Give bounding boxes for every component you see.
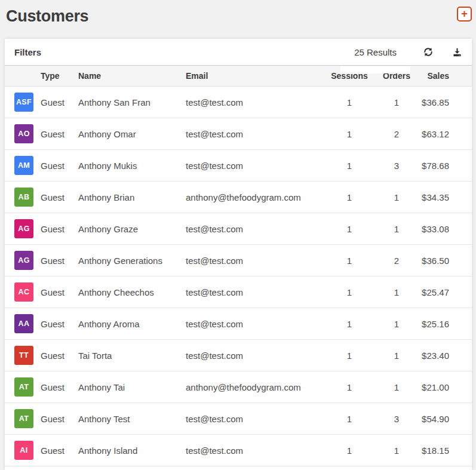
page-header: Customers + bbox=[0, 0, 476, 39]
sessions-cell: 1 bbox=[325, 414, 373, 424]
sales-cell: $78.68 bbox=[420, 161, 462, 171]
sessions-cell: 1 bbox=[325, 192, 373, 202]
type-cell: Guest bbox=[41, 161, 78, 171]
sales-cell: $18.15 bbox=[420, 446, 462, 456]
table-row[interactable]: AB Guest Anthony Brian anthony@thefoodyg… bbox=[5, 182, 472, 213]
type-cell: Guest bbox=[41, 351, 78, 361]
avatar-cell: TT bbox=[14, 346, 41, 365]
sessions-cell: 1 bbox=[325, 287, 373, 297]
sales-cell: $21.00 bbox=[420, 382, 462, 392]
email-cell: test@test.com bbox=[186, 161, 325, 171]
name-cell: Anthony Aroma bbox=[78, 319, 186, 329]
name-cell: Anthony Island bbox=[78, 446, 186, 456]
type-cell: Guest bbox=[41, 446, 78, 456]
table-row[interactable]: AA Guest Anthony Aroma test@test.com 1 1… bbox=[5, 308, 472, 340]
avatar: TT bbox=[14, 346, 33, 365]
email-cell: test@test.com bbox=[186, 256, 325, 266]
avatar: AC bbox=[14, 282, 33, 302]
avatar-cell: AA bbox=[14, 314, 41, 333]
orders-cell: 2 bbox=[373, 256, 420, 266]
avatar: AB bbox=[14, 188, 33, 207]
sessions-cell: 1 bbox=[325, 319, 373, 329]
sessions-cell: 1 bbox=[325, 256, 373, 266]
name-cell: Anthony Mukis bbox=[78, 161, 186, 171]
orders-cell: 1 bbox=[373, 446, 420, 456]
table-row[interactable]: ASF Guest Anthony San Fran test@test.com… bbox=[5, 87, 472, 118]
orders-cell: 1 bbox=[373, 319, 420, 329]
avatar: AI bbox=[14, 441, 33, 460]
type-cell: Guest bbox=[41, 319, 78, 329]
sales-cell: $54.90 bbox=[420, 414, 462, 424]
email-cell: test@test.com bbox=[186, 319, 325, 329]
avatar-cell: AT bbox=[14, 377, 41, 397]
table-body: ASF Guest Anthony San Fran test@test.com… bbox=[5, 87, 472, 466]
avatar-cell: AB bbox=[14, 188, 41, 207]
email-cell: test@test.com bbox=[186, 414, 325, 424]
name-cell: Anthony Brian bbox=[78, 192, 186, 202]
sales-cell: $23.40 bbox=[420, 351, 462, 361]
filters-toolbar: Filters 25 Results bbox=[5, 39, 472, 66]
avatar: AM bbox=[14, 156, 33, 175]
table-row[interactable]: AC Guest Anthony Cheechos test@test.com … bbox=[5, 277, 472, 308]
sessions-cell: 1 bbox=[325, 446, 373, 456]
avatar-cell: AG bbox=[14, 251, 41, 270]
name-cell: Anthony Generations bbox=[78, 256, 186, 266]
table-row[interactable]: AM Guest Anthony Mukis test@test.com 1 3… bbox=[5, 150, 472, 182]
email-cell: test@test.com bbox=[186, 97, 325, 107]
table-row[interactable]: AT Guest Anthony Tai anthony@thefoodygra… bbox=[5, 371, 472, 403]
avatar-cell: AT bbox=[14, 409, 41, 428]
avatar-cell: AI bbox=[14, 441, 41, 460]
results-count[interactable]: 25 Results bbox=[354, 47, 397, 57]
sessions-cell: 1 bbox=[325, 224, 373, 234]
sales-cell: $63.12 bbox=[420, 129, 462, 139]
sessions-cell: 1 bbox=[325, 351, 373, 361]
page-title: Customers bbox=[6, 7, 476, 26]
avatar-cell: AC bbox=[14, 282, 41, 302]
type-cell: Guest bbox=[41, 382, 78, 392]
type-cell: Guest bbox=[41, 97, 78, 107]
type-cell: Guest bbox=[41, 256, 78, 266]
name-cell: Anthony Tai bbox=[78, 382, 186, 392]
download-icon bbox=[452, 47, 462, 57]
header-name: Name bbox=[78, 71, 186, 81]
results-dropdown-overlay bbox=[340, 66, 410, 73]
email-cell: test@test.com bbox=[186, 446, 325, 456]
table-row[interactable]: AG Guest Anthony Generations test@test.c… bbox=[5, 245, 472, 277]
table-row[interactable]: AG Guest Anthony Graze test@test.com 1 1… bbox=[5, 213, 472, 245]
download-button[interactable] bbox=[452, 47, 462, 57]
header-type: Type bbox=[41, 71, 78, 81]
name-cell: Anthony San Fran bbox=[78, 97, 186, 107]
avatar: AO bbox=[14, 124, 33, 143]
avatar: AA bbox=[14, 314, 33, 333]
sales-cell: $36.85 bbox=[420, 97, 462, 107]
email-cell: test@test.com bbox=[186, 351, 325, 361]
filters-toggle[interactable]: Filters bbox=[14, 47, 41, 57]
sales-cell: $33.08 bbox=[420, 224, 462, 234]
avatar-cell: AG bbox=[14, 219, 41, 238]
avatar: AG bbox=[14, 219, 33, 238]
sales-cell: $25.47 bbox=[420, 287, 462, 297]
email-cell: test@test.com bbox=[186, 129, 325, 139]
sessions-cell: 1 bbox=[325, 161, 373, 171]
header-email: Email bbox=[186, 71, 325, 81]
type-cell: Guest bbox=[41, 414, 78, 424]
name-cell: Anthony Test bbox=[78, 414, 186, 424]
email-cell: test@test.com bbox=[186, 224, 325, 234]
refresh-button[interactable] bbox=[423, 47, 434, 57]
avatar-cell: AO bbox=[14, 124, 41, 143]
avatar-cell: AM bbox=[14, 156, 41, 175]
type-cell: Guest bbox=[41, 129, 78, 139]
email-cell: test@test.com bbox=[186, 287, 325, 297]
table-row[interactable]: AI Guest Anthony Island test@test.com 1 … bbox=[5, 435, 472, 466]
table-row[interactable]: TT Guest Tai Torta test@test.com 1 1 $23… bbox=[5, 340, 472, 371]
orders-cell: 2 bbox=[373, 129, 420, 139]
avatar: ASF bbox=[14, 93, 33, 112]
table-row[interactable]: AT Guest Anthony Test test@test.com 1 3 … bbox=[5, 403, 472, 435]
avatar: AG bbox=[14, 251, 33, 270]
table-row[interactable]: AO Guest Anthony Omar test@test.com 1 2 … bbox=[5, 118, 472, 150]
refresh-icon bbox=[423, 47, 434, 57]
toolbar-right: 25 Results bbox=[354, 47, 462, 57]
add-customer-button[interactable]: + bbox=[457, 7, 472, 21]
avatar-cell: ASF bbox=[14, 93, 41, 112]
orders-cell: 1 bbox=[373, 351, 420, 361]
